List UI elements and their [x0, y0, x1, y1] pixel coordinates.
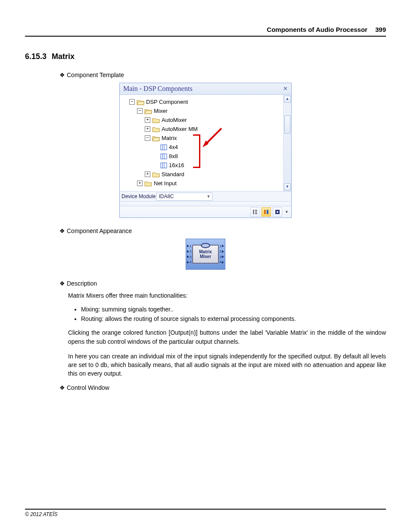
expand-icon[interactable]: +	[145, 117, 150, 123]
svg-rect-6	[161, 163, 167, 168]
tree-row-automixer[interactable]: + AutoMixer	[121, 115, 281, 124]
chip-ports-left: 1 2 3 4	[187, 243, 191, 265]
tree-row-4x4[interactable]: 4x4	[121, 143, 281, 152]
page-footer: © 2012 ATEÏS	[25, 509, 386, 517]
desc-p2: In here you can create an individual mix…	[68, 352, 386, 378]
svg-point-20	[277, 211, 278, 213]
header-title: Components of Audio Processor	[267, 26, 367, 33]
scrollbar[interactable]: ▲ ▼	[283, 95, 291, 191]
matrix-item-icon	[160, 162, 167, 168]
section-number: 6.15.3	[25, 52, 47, 61]
resize-grip[interactable]: ·····	[120, 201, 291, 206]
device-module-label: Device Module	[121, 193, 156, 199]
label-component-appearance: ❖Component Appearance	[59, 227, 386, 234]
toolbar-grid-icon[interactable]	[262, 207, 271, 217]
section-title: Matrix	[52, 52, 75, 61]
tree-row-8x8[interactable]: 8x8	[121, 152, 281, 161]
page-number: 399	[375, 26, 386, 33]
scroll-up-icon[interactable]: ▲	[284, 96, 291, 103]
svg-rect-14	[255, 210, 257, 211]
folder-icon	[152, 171, 160, 177]
svg-rect-17	[264, 210, 266, 214]
device-module-row: Device Module IDA8C ▼	[120, 191, 291, 201]
bullet-routing: Routing: allows the routing of source si…	[81, 315, 386, 322]
tree-row-standard[interactable]: + Standard	[121, 170, 281, 179]
chevron-down-icon: ▼	[206, 194, 210, 199]
device-module-select[interactable]: IDA8C ▼	[156, 193, 212, 201]
folder-open-icon	[152, 135, 160, 141]
matrix-item-icon	[160, 153, 167, 159]
matrix-mixer-chip: 1 2 3 4 Matrix Mixer 1 2 3 4	[186, 239, 225, 270]
collapse-icon[interactable]: −	[145, 135, 150, 141]
chip-ports-right: 1 2 3 4	[220, 243, 224, 265]
expand-icon[interactable]: +	[145, 171, 150, 177]
chevron-down-icon[interactable]: ▼	[285, 210, 289, 214]
matrix-item-icon	[160, 144, 167, 150]
svg-rect-11	[253, 210, 254, 211]
toolbar-preview-icon[interactable]	[273, 207, 282, 217]
svg-rect-3	[161, 154, 167, 159]
label-control-window: ❖Control Window	[59, 384, 386, 391]
folder-icon	[152, 126, 160, 132]
chip-ring-icon	[201, 243, 210, 248]
tree-row-netinput[interactable]: + Net Input	[121, 179, 281, 188]
collapse-icon[interactable]: −	[137, 108, 143, 114]
svg-rect-18	[267, 210, 268, 214]
desc-p1: Clicking the orange colored function [Ou…	[68, 328, 386, 346]
tree-row-matrix[interactable]: − Matrix	[121, 134, 281, 143]
svg-rect-0	[161, 145, 167, 150]
svg-rect-12	[253, 212, 254, 213]
folder-icon	[144, 180, 152, 187]
tree-row-root[interactable]: − DSP Component	[121, 97, 281, 106]
tree-row-16x16[interactable]: 16x16	[121, 161, 281, 170]
scroll-down-icon[interactable]: ▼	[284, 184, 291, 190]
tree-row-automixer-mm[interactable]: + AutoMixer MM	[121, 124, 281, 134]
highlight-bracket	[193, 134, 200, 168]
label-component-template: ❖Component Template	[59, 72, 386, 78]
svg-rect-13	[253, 213, 254, 214]
desc-intro: Matrix Mixers offer three main functiona…	[68, 291, 386, 300]
bullet-mixing: Mixing: summing signals together..	[81, 306, 386, 313]
dsp-components-window: Main - DSP Components ✕ − DSP Component …	[119, 83, 292, 218]
section-heading: 6.15.3Matrix	[25, 52, 386, 61]
expand-icon[interactable]: +	[145, 126, 150, 132]
folder-open-icon	[144, 108, 152, 114]
collapse-icon[interactable]: −	[129, 99, 135, 105]
toolbar-list-icon[interactable]	[250, 207, 260, 217]
folder-icon	[152, 117, 160, 123]
expand-icon[interactable]: +	[137, 180, 143, 186]
dsp-toolbar: ▼	[120, 206, 291, 218]
close-icon[interactable]: ✕	[283, 85, 288, 92]
page-header: Components of Audio Processor 399	[25, 26, 386, 37]
desc-bullets: Mixing: summing signals together.. Routi…	[81, 306, 386, 322]
scroll-thumb[interactable]	[284, 115, 290, 134]
dsp-tree[interactable]: − DSP Component − Mixer + AutoM	[120, 95, 283, 191]
tree-row-mixer[interactable]: − Mixer	[121, 106, 281, 115]
chip-body: Matrix Mixer	[192, 245, 219, 264]
svg-rect-15	[255, 212, 257, 212]
label-description: ❖Description	[59, 280, 386, 287]
folder-open-icon	[137, 99, 144, 105]
dsp-window-titlebar: Main - DSP Components ✕	[120, 83, 291, 95]
svg-rect-16	[255, 213, 257, 214]
dsp-window-title: Main - DSP Components	[123, 85, 193, 93]
